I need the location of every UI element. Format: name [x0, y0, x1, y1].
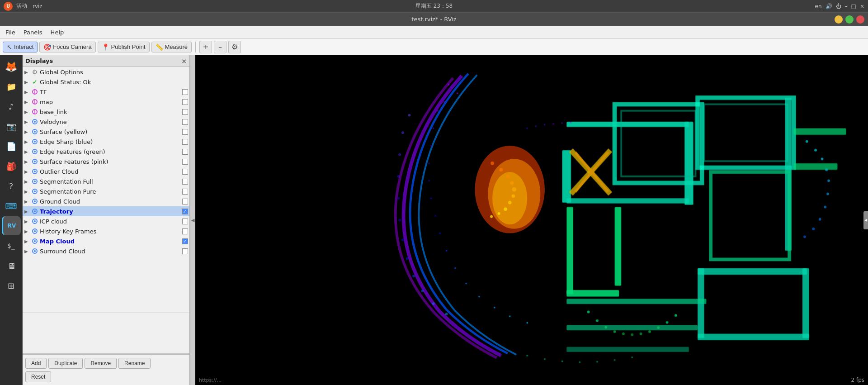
- display-item-outlier-cloud[interactable]: ▶ Outlier Cloud: [23, 166, 189, 176]
- app-icon-bag[interactable]: 🎒: [2, 157, 21, 176]
- display-item-trajectory[interactable]: ▶ Trajectory ✓: [23, 206, 189, 216]
- app-icon-text[interactable]: 📄: [2, 137, 21, 156]
- add-toolbar-btn[interactable]: +: [199, 41, 212, 53]
- menu-panels[interactable]: Panels: [20, 28, 46, 37]
- svg-point-76: [454, 267, 456, 269]
- viewport[interactable]: ◀ 2 fps https://...: [195, 55, 868, 385]
- trajectory-checkbox[interactable]: ✓: [182, 209, 188, 214]
- app-icon-firefox[interactable]: 🦊: [2, 57, 21, 76]
- display-item-edge-sharp[interactable]: ▶ Edge Sharp (blue): [23, 137, 189, 147]
- svg-rect-38: [566, 122, 689, 127]
- display-item-velodyne[interactable]: ▶ Velodyne: [23, 117, 189, 127]
- duplicate-button[interactable]: Duplicate: [48, 358, 83, 369]
- map-check[interactable]: [180, 99, 189, 105]
- menu-help[interactable]: Help: [47, 28, 68, 37]
- app-icon-music[interactable]: ♪: [2, 97, 21, 116]
- segmentation-pure-check[interactable]: [180, 189, 189, 195]
- display-item-surround-cloud[interactable]: ▶ Surround Cloud: [23, 246, 189, 256]
- expand-arrow: ▶: [24, 209, 31, 214]
- right-collapse-handle[interactable]: ◀: [863, 211, 868, 229]
- segmentation-full-check[interactable]: [180, 179, 189, 185]
- surround-cloud-checkbox[interactable]: [182, 248, 188, 254]
- display-item-global-options[interactable]: ▶ ⚙ Global Options: [23, 67, 189, 77]
- edge-sharp-check[interactable]: [180, 139, 189, 145]
- segmentation-pure-checkbox[interactable]: [182, 189, 188, 195]
- display-item-map[interactable]: ▶ map: [23, 97, 189, 107]
- app-icon-terminal[interactable]: $_: [2, 236, 21, 255]
- edge-features-checkbox[interactable]: [182, 149, 188, 155]
- remove-toolbar-btn[interactable]: –: [214, 41, 226, 53]
- display-item-surface-yellow[interactable]: ▶ Surface (yellow): [23, 127, 189, 137]
- display-item-ground-cloud[interactable]: ▶ Ground Cloud: [23, 196, 189, 206]
- lang-indicator[interactable]: en: [815, 3, 822, 10]
- maximize-btn[interactable]: □: [851, 3, 856, 10]
- velodyne-checkbox[interactable]: [182, 119, 188, 125]
- interact-button[interactable]: ↖ Interact: [3, 42, 38, 52]
- svg-rect-59: [698, 334, 809, 340]
- reset-button[interactable]: Reset: [25, 371, 51, 382]
- segmentation-full-checkbox[interactable]: [182, 179, 188, 185]
- display-item-surface-features[interactable]: ▶ Surface Features (pink): [23, 157, 189, 166]
- display-item-base-link[interactable]: ▶ base_link: [23, 107, 189, 117]
- display-item-history-key-frames[interactable]: ▶ History Key Frames: [23, 226, 189, 236]
- base-link-checkbox[interactable]: [182, 109, 188, 115]
- menu-file[interactable]: File: [2, 28, 19, 37]
- focus-camera-button[interactable]: 🎯 Focus Camera: [39, 42, 95, 52]
- display-item-edge-features[interactable]: ▶ Edge Features (green): [23, 147, 189, 157]
- point-cloud-visualization: [195, 55, 868, 385]
- ground-cloud-check[interactable]: [180, 199, 189, 204]
- panel-close-btn[interactable]: ×: [181, 57, 187, 65]
- tf-check[interactable]: [180, 89, 189, 95]
- surround-cloud-check[interactable]: [180, 248, 189, 254]
- base-link-check[interactable]: [180, 109, 189, 115]
- tf-checkbox[interactable]: [182, 89, 188, 95]
- surface-features-check[interactable]: [180, 159, 189, 165]
- outlier-cloud-checkbox[interactable]: [182, 169, 188, 175]
- edge-features-check[interactable]: [180, 149, 189, 155]
- app-icon-screen[interactable]: 🖥: [2, 256, 21, 275]
- icp-cloud-check[interactable]: [180, 219, 189, 224]
- trajectory-check[interactable]: ✓: [180, 209, 189, 214]
- display-item-tf[interactable]: ▶ TF: [23, 87, 189, 97]
- minimize-window-btn[interactable]: [835, 15, 843, 24]
- surface-yellow-check[interactable]: [180, 129, 189, 135]
- app-icon-photos[interactable]: 📷: [2, 117, 21, 136]
- ground-cloud-checkbox[interactable]: [182, 199, 188, 204]
- app-icon-help[interactable]: ?: [2, 176, 21, 195]
- close-window-btn[interactable]: [856, 15, 864, 24]
- surface-features-checkbox[interactable]: [182, 159, 188, 165]
- minimize-btn[interactable]: –: [845, 3, 848, 10]
- rename-button[interactable]: Rename: [118, 358, 151, 369]
- app-icon-code[interactable]: ⌨: [2, 196, 21, 215]
- map-cloud-checkbox[interactable]: ✓: [182, 238, 188, 244]
- publish-point-button[interactable]: 📍 Publish Point: [98, 42, 150, 52]
- panel-collapse-handle[interactable]: ◀: [190, 55, 195, 385]
- svg-rect-62: [566, 325, 698, 330]
- expand-arrow: ▶: [24, 70, 31, 75]
- display-item-icp-cloud[interactable]: ▶ ICP cloud: [23, 216, 189, 226]
- display-item-map-cloud[interactable]: ▶ Map Cloud ✓: [23, 236, 189, 246]
- close-btn[interactable]: ×: [860, 3, 864, 10]
- display-item-segmentation-pure[interactable]: ▶ Segmentation Pure: [23, 186, 189, 196]
- outlier-cloud-check[interactable]: [180, 169, 189, 175]
- history-key-frames-check[interactable]: [180, 228, 189, 234]
- power-icon[interactable]: ⏻: [836, 3, 841, 10]
- icp-cloud-checkbox[interactable]: [182, 219, 188, 224]
- add-button[interactable]: Add: [25, 358, 47, 369]
- measure-button[interactable]: 📏 Measure: [151, 42, 192, 52]
- app-icon-grid[interactable]: ⊞: [2, 276, 21, 295]
- surface-yellow-checkbox[interactable]: [182, 129, 188, 135]
- app-icon-rviz[interactable]: RV: [2, 216, 21, 235]
- edge-sharp-checkbox[interactable]: [182, 139, 188, 145]
- history-key-frames-checkbox[interactable]: [182, 228, 188, 234]
- display-item-global-status[interactable]: ▶ ✓ Global Status: Ok: [23, 77, 189, 87]
- app-icon-files[interactable]: 📁: [2, 77, 21, 96]
- settings-toolbar-btn[interactable]: ⚙: [228, 41, 241, 53]
- maximize-window-btn[interactable]: [845, 15, 854, 24]
- map-cloud-check[interactable]: ✓: [180, 238, 189, 244]
- map-checkbox[interactable]: [182, 99, 188, 105]
- velodyne-check[interactable]: [180, 119, 189, 125]
- remove-button[interactable]: Remove: [85, 358, 117, 369]
- ubuntu-logo[interactable]: U: [4, 2, 13, 11]
- display-item-segmentation-full[interactable]: ▶ Segmentation Full: [23, 176, 189, 186]
